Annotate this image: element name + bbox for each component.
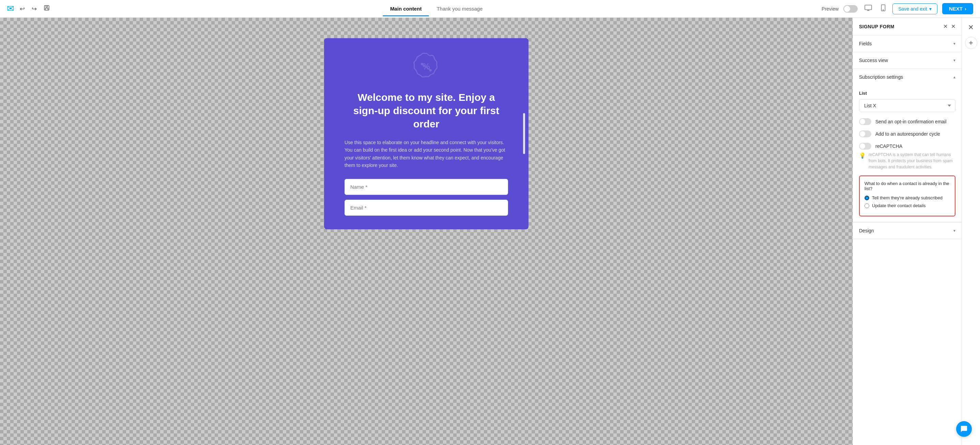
autoresponder-toggle-row: Add to an autoresponder cycle [859, 130, 956, 137]
svg-point-3 [883, 10, 884, 10]
design-accordion: Design ▾ [853, 222, 962, 239]
topbar-left: ✉ ↩ ↪ [7, 3, 51, 14]
contact-already-box: What to do when a contact is already in … [859, 175, 956, 216]
autoresponder-toggle[interactable] [859, 130, 871, 137]
fields-accordion-header[interactable]: Fields ▾ [853, 35, 962, 52]
canvas-background: % Welcome to my site. Enjoy a sign-up di… [0, 18, 853, 445]
fields-label: Fields [859, 41, 872, 46]
name-input[interactable] [345, 179, 508, 195]
design-label: Design [859, 228, 874, 234]
save-exit-button[interactable]: Save and exit ▾ [892, 3, 937, 14]
design-chevron-icon: ▾ [953, 228, 956, 233]
far-right-add-button[interactable]: + [965, 37, 977, 49]
already-subscribed-radio[interactable] [864, 195, 869, 200]
discount-badge-icon: % [411, 52, 442, 83]
badge-icon-container: % [345, 52, 508, 84]
svg-point-6 [421, 63, 423, 65]
subscription-settings-accordion: Subscription settings ▴ List List X List… [853, 69, 962, 222]
fields-accordion: Fields ▾ [853, 35, 962, 52]
svg-point-7 [430, 69, 432, 71]
far-right-close-button[interactable]: ✕ [968, 23, 974, 31]
recaptcha-toggle-row: reCAPTCHA [859, 143, 956, 149]
scroll-indicator [523, 113, 525, 154]
chat-bubble-button[interactable] [956, 421, 972, 437]
list-label: List [859, 91, 956, 96]
canvas-area: % Welcome to my site. Enjoy a sign-up di… [0, 18, 853, 445]
app-logo-icon: ✉ [7, 3, 14, 14]
far-right-panel: ✕ + [962, 18, 980, 445]
recaptcha-info-text: reCAPTCHA is a system that can tell huma… [869, 152, 956, 170]
recaptcha-info-icon: 💡 [859, 152, 866, 159]
form-headline: Welcome to my site. Enjoy a sign-up disc… [345, 91, 508, 130]
sidebar-minimize-button[interactable]: ✕ [943, 23, 948, 30]
optin-toggle[interactable] [859, 118, 871, 125]
optin-toggle-row: Send an opt-in confirmation email [859, 118, 956, 125]
mobile-device-button[interactable] [879, 3, 888, 14]
form-fields [345, 179, 508, 216]
undo-button[interactable]: ↩ [18, 4, 26, 14]
already-subscribed-row: Tell them they're already subscribed [864, 195, 950, 200]
signup-form-card: % Welcome to my site. Enjoy a sign-up di… [324, 38, 528, 229]
topbar: ✉ ↩ ↪ Main content Thank you message Pre… [0, 0, 980, 18]
save-button[interactable] [42, 3, 51, 14]
success-view-accordion-header[interactable]: Success view ▾ [853, 52, 962, 68]
recaptcha-toggle[interactable] [859, 143, 871, 149]
recaptcha-label: reCAPTCHA [875, 143, 902, 149]
fields-chevron-icon: ▾ [953, 41, 956, 46]
success-view-accordion: Success view ▾ [853, 52, 962, 69]
main-layout: % Welcome to my site. Enjoy a sign-up di… [0, 18, 980, 445]
tab-thank-you[interactable]: Thank you message [429, 1, 490, 16]
form-body-text: Use this space to elaborate on your head… [345, 139, 508, 169]
sidebar-title: SIGNUP FORM [859, 24, 894, 29]
sidebar-header: SIGNUP FORM ✕ ✕ [853, 18, 962, 35]
subscription-settings-chevron-icon: ▴ [953, 75, 956, 79]
autoresponder-label: Add to an autoresponder cycle [875, 131, 940, 137]
desktop-device-button[interactable] [862, 3, 874, 14]
preview-label: Preview [822, 6, 838, 11]
design-accordion-header[interactable]: Design ▾ [853, 222, 962, 239]
subscription-settings-accordion-header[interactable]: Subscription settings ▴ [853, 69, 962, 85]
list-select[interactable]: List X List Y List Z [859, 99, 956, 112]
next-button[interactable]: NEXT › [942, 3, 973, 14]
preview-toggle[interactable] [843, 5, 858, 13]
recaptcha-info: 💡 reCAPTCHA is a system that can tell hu… [859, 152, 956, 170]
optin-label: Send an opt-in confirmation email [875, 119, 947, 124]
contact-already-title: What to do when a contact is already in … [864, 181, 950, 191]
email-input[interactable] [345, 200, 508, 216]
success-view-label: Success view [859, 57, 888, 63]
svg-text:%: % [423, 62, 430, 71]
update-contact-row: Update their contact details [864, 203, 950, 208]
topbar-right: Preview Save and exit ▾ NEXT › [822, 3, 973, 14]
tab-bar: Main content Thank you message [383, 1, 490, 16]
subscription-settings-label: Subscription settings [859, 74, 903, 80]
subscription-settings-content: List List X List Y List Z Send an opt-in… [853, 85, 962, 222]
success-view-chevron-icon: ▾ [953, 58, 956, 63]
sidebar-close-button[interactable]: ✕ [951, 23, 956, 30]
redo-button[interactable]: ↪ [30, 4, 38, 14]
update-contact-radio[interactable] [864, 203, 869, 208]
already-subscribed-label: Tell them they're already subscribed [872, 195, 942, 200]
right-sidebar: SIGNUP FORM ✕ ✕ Fields ▾ Success view ▾ … [853, 18, 962, 445]
sidebar-header-icons: ✕ ✕ [943, 23, 956, 30]
form-card-inner: % Welcome to my site. Enjoy a sign-up di… [324, 38, 528, 229]
svg-rect-1 [865, 5, 872, 10]
update-contact-label: Update their contact details [872, 203, 926, 208]
tab-main-content[interactable]: Main content [383, 1, 430, 16]
